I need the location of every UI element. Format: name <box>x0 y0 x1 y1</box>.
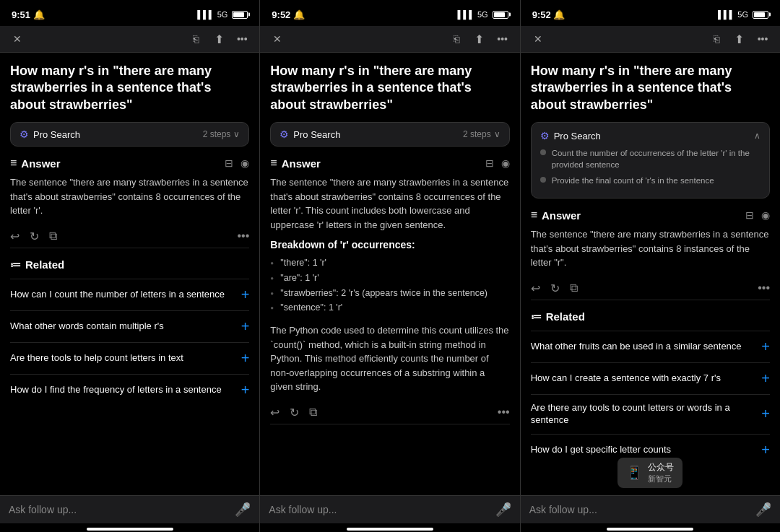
answer-icon: ≡ <box>531 209 537 222</box>
related-item-text: How do I find the frequency of letters i… <box>10 384 241 396</box>
more-action-icon[interactable]: ••• <box>238 230 250 243</box>
browser-icons: ⎗ ⬆ ••• <box>448 30 511 48</box>
related-section: ≔ Related How can I count the number of … <box>10 258 249 406</box>
pro-search-label: ⚙ Pro Search <box>280 128 340 140</box>
breakdown-list: "there": 1 'r' "are": 1 'r' "strawberrie… <box>270 256 509 316</box>
bookmark-icon[interactable]: ⎗ <box>448 30 465 48</box>
copy-icon[interactable]: ⊟ <box>225 157 233 169</box>
answer-header: ≡ Answer ⊟ ◉ <box>10 157 249 170</box>
step-text: Provide the final count of 'r's in the s… <box>552 175 714 186</box>
more-icon[interactable]: ••• <box>233 30 251 48</box>
related-item[interactable]: What other words contain multiple r's + <box>10 310 249 342</box>
related-plus-icon[interactable]: + <box>761 406 770 422</box>
browser-icons: ⎗ ⬆ ••• <box>187 30 251 48</box>
mic-icon[interactable]: 🎤 <box>495 502 511 518</box>
headphone-icon[interactable]: ◉ <box>761 209 770 221</box>
more-icon[interactable]: ••• <box>754 30 771 48</box>
copy-action-icon[interactable]: ⧉ <box>309 406 317 419</box>
answer-title: ≡ Answer <box>10 157 61 170</box>
wechat-icon: 📱 <box>626 465 642 481</box>
ask-input-placeholder[interactable]: Ask follow up... <box>269 504 495 515</box>
more-action-icon[interactable]: ••• <box>498 406 510 419</box>
close-button[interactable]: ✕ <box>269 30 286 48</box>
pro-search-icon: ⚙ <box>280 128 289 140</box>
status-bar: 9:52 🔔 ▌▌▌ 5G <box>260 0 519 26</box>
status-time: 9:51 🔔 <box>12 9 45 20</box>
pro-search-badge[interactable]: ⚙ Pro Search 2 steps ∨ <box>270 122 509 147</box>
pro-search-label: ⚙ Pro Search <box>540 130 601 141</box>
more-icon[interactable]: ••• <box>494 30 511 48</box>
bookmark-icon[interactable]: ⎗ <box>708 30 725 48</box>
network-label: 5G <box>477 10 488 19</box>
status-time: 9:52 🔔 <box>272 9 305 20</box>
answer-label: Answer <box>21 157 60 170</box>
status-icons: ▌▌▌ 5G <box>458 10 508 19</box>
ask-input-placeholder[interactable]: Ask follow up... <box>9 504 235 515</box>
answer-title: ≡ Answer <box>270 157 321 170</box>
related-item-text: How can I count the number of letters in… <box>10 289 241 301</box>
related-item[interactable]: How can I count the number of letters in… <box>10 279 249 310</box>
related-plus-icon[interactable]: + <box>241 318 250 335</box>
home-indicator <box>347 528 433 531</box>
related-icon: ≔ <box>531 310 542 323</box>
copy-icon[interactable]: ⊟ <box>745 209 754 221</box>
close-button[interactable]: ✕ <box>529 30 547 48</box>
headphone-icon[interactable]: ◉ <box>501 157 510 169</box>
pro-search-expanded[interactable]: ⚙ Pro Search ∧ Count the number of occur… <box>531 122 770 199</box>
redo-action-icon[interactable]: ↻ <box>30 230 39 243</box>
redo-action-icon[interactable]: ↻ <box>290 406 299 419</box>
close-button[interactable]: ✕ <box>9 30 26 48</box>
related-title: ≔ Related <box>531 310 770 323</box>
copy-action-icon[interactable]: ⧉ <box>570 282 578 295</box>
pro-search-steps: 2 steps ∨ <box>463 129 500 139</box>
related-item-text: Are there tools to help count letters in… <box>10 352 241 365</box>
ask-input-placeholder[interactable]: Ask follow up... <box>529 504 755 515</box>
pro-search-text: Pro Search <box>554 131 601 141</box>
related-item[interactable]: Are there any tools to count letters or … <box>531 394 770 434</box>
related-label: Related <box>25 258 64 271</box>
pro-search-label: ⚙ Pro Search <box>20 128 80 140</box>
headphone-icon[interactable]: ◉ <box>240 157 249 169</box>
answer-header: ≡ Answer ⊟ ◉ <box>531 209 770 222</box>
step-dot <box>540 177 546 183</box>
related-item[interactable]: Are there tools to help count letters in… <box>10 342 249 374</box>
share-action-icon[interactable]: ↩ <box>531 282 540 295</box>
related-plus-icon[interactable]: + <box>241 287 250 303</box>
status-bar: 9:52 🔔 ▌▌▌ 5G <box>521 0 780 26</box>
breakdown-item: "strawberries": 2 'r's (appears twice in… <box>270 287 509 300</box>
redo-action-icon[interactable]: ↻ <box>550 282 560 295</box>
watermark-badge: 📱 公众号 新智元 <box>618 458 682 488</box>
home-indicator <box>607 528 693 531</box>
share-icon[interactable]: ⬆ <box>731 30 748 48</box>
more-action-icon[interactable]: ••• <box>758 282 770 295</box>
chevron-up-icon[interactable]: ∧ <box>754 131 760 141</box>
related-plus-icon[interactable]: + <box>241 350 250 367</box>
related-label: Related <box>546 310 585 323</box>
pro-search-badge[interactable]: ⚙ Pro Search 2 steps ∨ <box>10 122 249 147</box>
share-icon[interactable]: ⬆ <box>471 30 488 48</box>
share-icon[interactable]: ⬆ <box>210 30 228 48</box>
answer-text: The sentence "there are many strawberrie… <box>10 175 249 218</box>
pro-search-step: Count the number of occurrences of the l… <box>540 147 760 170</box>
related-plus-icon[interactable]: + <box>761 339 770 355</box>
browser-bar: ✕ ⎗ ⬆ ••• <box>260 26 519 53</box>
share-action-icon[interactable]: ↩ <box>10 230 20 243</box>
watermark-sub: 新智元 <box>648 474 674 484</box>
answer-label: Answer <box>282 157 321 170</box>
share-action-icon[interactable]: ↩ <box>270 406 280 419</box>
answer-label: Answer <box>542 209 581 222</box>
mic-icon[interactable]: 🎤 <box>755 502 771 518</box>
chevron-down-icon: ∨ <box>494 129 500 139</box>
copy-action-icon[interactable]: ⧉ <box>49 230 57 243</box>
bookmark-icon[interactable]: ⎗ <box>187 30 204 48</box>
related-plus-icon[interactable]: + <box>761 370 770 387</box>
bottom-bar: Ask follow up... 🎤 <box>260 495 519 523</box>
related-item[interactable]: How do I find the frequency of letters i… <box>10 374 249 406</box>
content-area: How many r's in "there are many strawber… <box>260 53 519 495</box>
related-plus-icon[interactable]: + <box>241 382 250 398</box>
related-item[interactable]: How can I create a sentence with exactly… <box>531 362 770 394</box>
mic-icon[interactable]: 🎤 <box>235 502 251 518</box>
pro-search-text: Pro Search <box>293 129 340 140</box>
copy-icon[interactable]: ⊟ <box>485 157 494 169</box>
related-item[interactable]: What other fruits can be used in a simil… <box>531 331 770 362</box>
